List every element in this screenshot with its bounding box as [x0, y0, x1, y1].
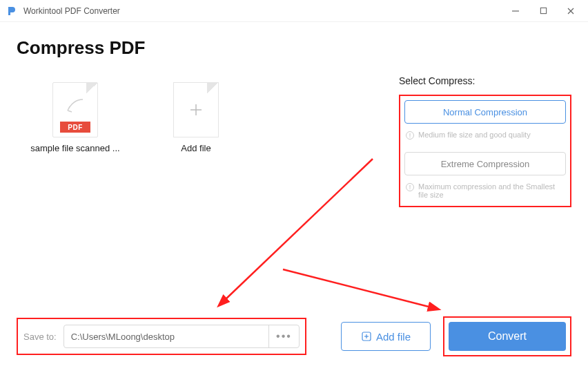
maximize-icon: [540, 7, 547, 15]
convert-button[interactable]: Convert: [449, 322, 566, 351]
extreme-compression-hint: ! Maximum compression and the Smallest f…: [406, 182, 566, 199]
add-file-button-label: Add file: [376, 331, 411, 343]
minimize-icon: [511, 7, 520, 15]
add-file-icon: [173, 82, 219, 137]
extreme-compression-option[interactable]: Extreme Compression: [404, 152, 566, 175]
save-to-label: Save to:: [23, 332, 57, 342]
svg-rect-1: [540, 8, 546, 13]
select-compress-label: Select Compress:: [399, 75, 571, 86]
bottom-bar: Save to: ••• Add file Convert: [0, 303, 588, 373]
normal-compression-hint: ! Medium file size and good quality: [406, 131, 566, 140]
add-file-card[interactable]: Add file: [161, 82, 231, 300]
compress-options-panel: Select Compress: Normal Compression ! Me…: [399, 75, 571, 300]
close-icon: [567, 7, 575, 15]
pdf-file-icon: PDF: [52, 82, 98, 137]
file-name: sample file scanned ...: [30, 143, 120, 153]
files-area: PDF sample file scanned ... Add file: [17, 75, 385, 300]
save-path-input[interactable]: [64, 325, 268, 347]
compress-options-group: Normal Compression ! Medium file size an…: [399, 95, 571, 207]
save-to-section: Save to: •••: [17, 318, 306, 355]
titlebar: Workintool PDF Converter: [0, 0, 588, 22]
info-icon: !: [406, 131, 414, 140]
browse-button[interactable]: •••: [268, 325, 299, 347]
ellipsis-icon: •••: [276, 330, 292, 343]
minimize-button[interactable]: [504, 1, 527, 21]
convert-button-wrap: Convert: [443, 316, 571, 356]
normal-compression-option[interactable]: Normal Compression: [404, 100, 566, 124]
add-file-button[interactable]: Add file: [341, 322, 431, 351]
save-path-field: •••: [63, 325, 300, 348]
info-icon: !: [406, 183, 414, 191]
plus-icon: [188, 102, 204, 118]
add-file-card-label: Add file: [161, 143, 231, 153]
window-title: Workintool PDF Converter: [23, 6, 504, 16]
window-controls: [504, 1, 582, 21]
app-logo-icon: [6, 5, 18, 17]
file-item[interactable]: PDF sample file scanned ...: [30, 82, 120, 300]
page-title: Compress PDF: [17, 37, 588, 59]
normal-hint-text: Medium file size and good quality: [418, 131, 531, 140]
maximize-button[interactable]: [531, 1, 555, 21]
extreme-hint-text: Maximum compression and the Smallest fil…: [418, 182, 566, 199]
add-file-plus-icon: [361, 331, 372, 342]
close-button[interactable]: [559, 1, 582, 21]
content-area: PDF sample file scanned ... Add file Sel…: [0, 59, 588, 300]
file-type-badge: PDF: [60, 122, 90, 133]
